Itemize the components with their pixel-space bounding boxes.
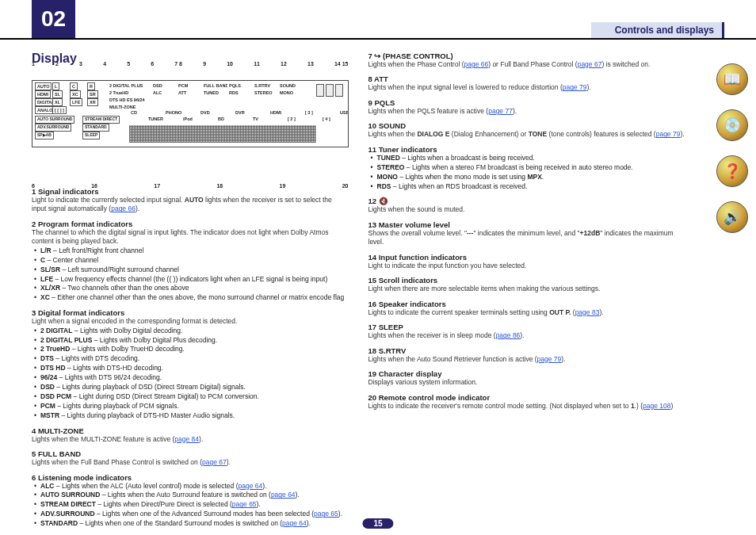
sub-item: 2 TrueHD – Lights with Dolby TrueHD deco… bbox=[32, 345, 349, 354]
page-link[interactable]: page 65 bbox=[314, 510, 338, 518]
sub-item: DSD PCM – Light during DSD (Direct Strea… bbox=[32, 392, 349, 402]
side-icon[interactable]: ❓ bbox=[716, 155, 748, 187]
page-link[interactable]: page 66 bbox=[464, 60, 488, 68]
page-link[interactable]: page 65 bbox=[232, 500, 257, 508]
item-20: 20 Remote control mode indicatorLights t… bbox=[368, 393, 685, 411]
sub-item: 2 DIGITAL – Lights with Dolby Digital de… bbox=[32, 327, 349, 336]
item-heading: 18 S.RTRV bbox=[368, 346, 685, 355]
item-body: Lights when the sound is muted. bbox=[368, 205, 685, 214]
item-body: Lights to indicate the receiver's remote… bbox=[368, 402, 685, 411]
item-12: 12 🔇 Lights when the sound is muted. bbox=[368, 197, 685, 214]
callout-top: 13 bbox=[307, 61, 314, 67]
item-body: Light to indicate the input function you… bbox=[368, 262, 685, 270]
callout-bottom: 16 bbox=[91, 183, 97, 189]
page-link[interactable]: page 64 bbox=[238, 482, 262, 490]
diagram-segment: RDS bbox=[227, 90, 240, 96]
page-link[interactable]: page 83 bbox=[575, 308, 600, 316]
diagram-segment: USB bbox=[338, 109, 349, 116]
diagram-segment: [ [ ] ] bbox=[52, 106, 67, 114]
item-heading: 15 Scroll indicators bbox=[368, 276, 685, 285]
item-4: 4 MULTI-ZONELights when the MULTI-ZONE f… bbox=[32, 426, 349, 444]
item-body: Lights when the Auto Sound Retriever fun… bbox=[368, 355, 685, 364]
diagram-segment: TUNER bbox=[147, 116, 165, 122]
diagram-segment: LFE bbox=[70, 98, 82, 106]
callout-top: 14 15 bbox=[334, 61, 349, 67]
item-heading: 13 Master volume level bbox=[368, 220, 685, 229]
sub-item: STANDARD – Lights when one of the Standa… bbox=[32, 519, 349, 529]
page-body: Display 1234567 891011121314 15 AUTOLCRH… bbox=[0, 40, 756, 534]
side-icon[interactable]: 🔊 bbox=[716, 201, 748, 233]
diagram-digit bbox=[316, 84, 324, 97]
item-16: 16 Speaker indicatorsLights to indicate … bbox=[368, 300, 685, 317]
page-link[interactable]: page 86 bbox=[496, 331, 521, 339]
item-heading: 10 SOUND bbox=[368, 121, 685, 130]
callout-top: 6 bbox=[151, 61, 154, 67]
diagram-segment: S.RTRV bbox=[253, 82, 272, 89]
diagram-segment: XC bbox=[70, 90, 81, 98]
sub-item: ALC – Lights when the ALC (Auto level co… bbox=[32, 482, 349, 491]
item-heading: 16 Speaker indicators bbox=[368, 300, 685, 308]
diagram-segment: STANDARD bbox=[82, 124, 109, 132]
page-link[interactable]: page 79 bbox=[656, 130, 681, 138]
diagram-segment: DTS HD ES 96/24 bbox=[108, 97, 147, 103]
item-body: The channel to which the digital signal … bbox=[32, 228, 349, 246]
callout-bottom: 18 bbox=[216, 183, 223, 189]
item-heading: 19 Character display bbox=[368, 369, 685, 378]
page-link[interactable]: page 77 bbox=[488, 107, 513, 115]
sub-item: XC – Either one channel other than the o… bbox=[32, 293, 349, 303]
sub-item: L/R – Left front/Right front channel bbox=[32, 246, 349, 256]
sub-item: STEREO – Lights when a stereo FM broadca… bbox=[368, 163, 685, 173]
diagram-segment: [ 2 ] bbox=[286, 116, 297, 122]
callout-top: 9 bbox=[203, 61, 206, 67]
diagram-segment: DVD bbox=[199, 109, 212, 116]
page-link[interactable]: page 66 bbox=[111, 204, 136, 212]
diagram-segment: iPod bbox=[181, 116, 194, 122]
callout-top: 7 8 bbox=[174, 61, 182, 67]
item-15: 15 Scroll indicatorsLight when there are… bbox=[368, 276, 685, 293]
callout-top: 4 bbox=[103, 61, 106, 67]
callout-top: 5 bbox=[127, 61, 130, 67]
page-link[interactable]: page 79 bbox=[537, 355, 562, 363]
sub-item: STREAM DIRECT – Lights when Direct/Pure … bbox=[32, 500, 349, 510]
page-link[interactable]: page 79 bbox=[563, 83, 587, 91]
callout-top: 10 bbox=[227, 61, 233, 67]
page-link[interactable]: page 84 bbox=[174, 435, 199, 443]
item-11: 11 Tuner indicatorsTUNED – Lights when a… bbox=[368, 145, 685, 192]
item-heading: 20 Remote control mode indicator bbox=[368, 393, 685, 402]
item-body: Shows the overall volume level. "---" in… bbox=[368, 229, 685, 247]
page-link[interactable]: page 64 bbox=[282, 519, 307, 527]
item-6: 6 Listening mode indicatorsALC – Lights … bbox=[32, 473, 349, 529]
item-body: Lights when the receiver is in sleep mod… bbox=[368, 331, 685, 340]
item-body: Lights when the Full Band Phase Control … bbox=[32, 458, 349, 467]
page-link[interactable]: page 64 bbox=[271, 491, 296, 499]
diagram-segment: PHONO bbox=[164, 109, 183, 116]
side-icon[interactable]: 💿 bbox=[716, 109, 748, 141]
item-body: Lights to indicate the current speaker t… bbox=[368, 308, 685, 317]
page-link[interactable]: page 67 bbox=[202, 458, 227, 466]
callout-bottom: 19 bbox=[280, 183, 286, 189]
side-icon[interactable]: 📖 bbox=[716, 63, 748, 95]
diagram-digit bbox=[326, 84, 334, 97]
callout-top: 3 bbox=[79, 61, 82, 67]
diagram-segment: STEREO bbox=[253, 90, 274, 96]
page-link[interactable]: page 108 bbox=[643, 402, 670, 410]
diagram-segment: ATT bbox=[177, 90, 188, 96]
sub-item: 96/24 – Lights with DTS 96/24 decoding. bbox=[32, 373, 349, 383]
sub-item: DTS HD – Lights with DTS-HD decoding. bbox=[32, 364, 349, 373]
display-diagram-wrap: 1234567 891011121314 15 AUTOLCRHDMISLXCS… bbox=[32, 71, 349, 179]
item-heading: 3 Digital format indicators bbox=[32, 308, 349, 317]
item-5: 5 FULL BANDLights when the Full Band Pha… bbox=[32, 449, 349, 467]
item-19: 19 Character displayDisplays various sys… bbox=[368, 369, 685, 387]
sub-item: MSTR – Lights during playback of DTS-HD … bbox=[32, 411, 349, 421]
page-number: 15 bbox=[362, 518, 393, 529]
item-heading: 6 Listening mode indicators bbox=[32, 473, 349, 482]
diagram-segment: FULL BAND bbox=[202, 82, 230, 89]
page-header: 02 Controls and displays bbox=[0, 0, 756, 40]
diagram-char-display bbox=[129, 125, 316, 143]
page-link[interactable]: page 67 bbox=[578, 60, 602, 68]
diagram-segment: 2 DIGITAL PLUS bbox=[108, 82, 144, 89]
diagram-segment: XL bbox=[52, 98, 63, 106]
diagram-segment: [ 3 ] bbox=[304, 109, 315, 116]
callout-bottom: 17 bbox=[154, 183, 160, 189]
diagram-segment: STREAM DIRECT bbox=[82, 116, 120, 124]
